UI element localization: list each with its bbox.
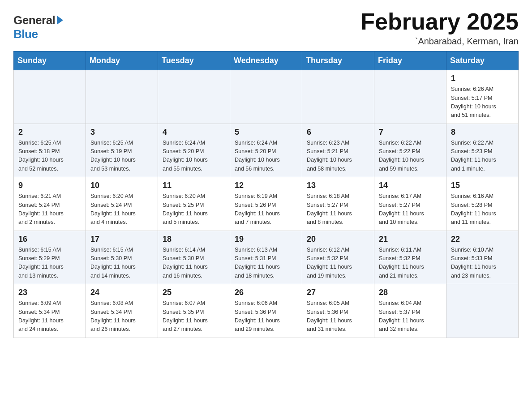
- logo: General Blue: [13, 13, 63, 41]
- calendar-cell: [446, 284, 519, 338]
- calendar-week-5: 23Sunrise: 6:09 AM Sunset: 5:34 PM Dayli…: [14, 284, 519, 338]
- day-of-week-wednesday: Wednesday: [230, 51, 302, 70]
- calendar-cell: 1Sunrise: 6:26 AM Sunset: 5:17 PM Daylig…: [446, 70, 519, 124]
- calendar-week-4: 16Sunrise: 6:15 AM Sunset: 5:29 PM Dayli…: [14, 231, 519, 284]
- day-info: Sunrise: 6:21 AM Sunset: 5:24 PM Dayligh…: [18, 192, 81, 227]
- day-of-week-friday: Friday: [374, 51, 446, 70]
- calendar-cell: 26Sunrise: 6:06 AM Sunset: 5:36 PM Dayli…: [230, 284, 302, 338]
- day-number: 26: [235, 288, 297, 297]
- day-of-week-thursday: Thursday: [302, 51, 374, 70]
- day-number: 22: [451, 235, 514, 244]
- day-of-week-saturday: Saturday: [446, 51, 519, 70]
- day-number: 23: [18, 288, 81, 297]
- calendar-cell: [14, 70, 86, 124]
- title-block: February 2025 `Anbarabad, Kerman, Iran: [360, 9, 519, 47]
- calendar-cell: 24Sunrise: 6:08 AM Sunset: 5:34 PM Dayli…: [86, 284, 158, 338]
- day-info: Sunrise: 6:26 AM Sunset: 5:17 PM Dayligh…: [451, 85, 514, 120]
- calendar-cell: 8Sunrise: 6:22 AM Sunset: 5:23 PM Daylig…: [446, 124, 519, 177]
- day-info: Sunrise: 6:19 AM Sunset: 5:26 PM Dayligh…: [235, 192, 297, 227]
- day-info: Sunrise: 6:11 AM Sunset: 5:32 PM Dayligh…: [379, 246, 442, 281]
- day-info: Sunrise: 6:15 AM Sunset: 5:29 PM Dayligh…: [18, 246, 81, 281]
- calendar-cell: 17Sunrise: 6:15 AM Sunset: 5:30 PM Dayli…: [86, 231, 158, 284]
- logo-blue-text: Blue: [13, 27, 38, 41]
- days-of-week-row: SundayMondayTuesdayWednesdayThursdayFrid…: [14, 51, 519, 70]
- day-info: Sunrise: 6:17 AM Sunset: 5:27 PM Dayligh…: [379, 192, 442, 227]
- day-info: Sunrise: 6:15 AM Sunset: 5:30 PM Dayligh…: [90, 246, 153, 281]
- month-title: February 2025: [360, 9, 519, 34]
- calendar-cell: 20Sunrise: 6:12 AM Sunset: 5:32 PM Dayli…: [302, 231, 374, 284]
- day-number: 4: [163, 128, 225, 137]
- day-number: 9: [18, 181, 81, 190]
- day-info: Sunrise: 6:13 AM Sunset: 5:31 PM Dayligh…: [235, 246, 297, 281]
- day-number: 6: [307, 128, 369, 137]
- day-number: 18: [163, 235, 225, 244]
- calendar-cell: 27Sunrise: 6:05 AM Sunset: 5:36 PM Dayli…: [302, 284, 374, 338]
- day-number: 14: [379, 181, 442, 190]
- calendar-cell: 23Sunrise: 6:09 AM Sunset: 5:34 PM Dayli…: [14, 284, 86, 338]
- day-number: 12: [235, 181, 297, 190]
- day-number: 24: [90, 288, 153, 297]
- day-info: Sunrise: 6:22 AM Sunset: 5:22 PM Dayligh…: [379, 139, 442, 174]
- calendar-cell: 11Sunrise: 6:20 AM Sunset: 5:25 PM Dayli…: [158, 177, 230, 231]
- day-info: Sunrise: 6:24 AM Sunset: 5:20 PM Dayligh…: [235, 139, 297, 174]
- calendar-cell: 9Sunrise: 6:21 AM Sunset: 5:24 PM Daylig…: [14, 177, 86, 231]
- calendar-cell: 12Sunrise: 6:19 AM Sunset: 5:26 PM Dayli…: [230, 177, 302, 231]
- day-info: Sunrise: 6:25 AM Sunset: 5:18 PM Dayligh…: [18, 139, 81, 174]
- calendar-header: SundayMondayTuesdayWednesdayThursdayFrid…: [14, 51, 519, 70]
- day-info: Sunrise: 6:06 AM Sunset: 5:36 PM Dayligh…: [235, 299, 297, 334]
- page-header: General Blue February 2025 `Anbarabad, K…: [13, 9, 519, 47]
- calendar-cell: 19Sunrise: 6:13 AM Sunset: 5:31 PM Dayli…: [230, 231, 302, 284]
- calendar-cell: [374, 70, 446, 124]
- calendar-cell: 13Sunrise: 6:18 AM Sunset: 5:27 PM Dayli…: [302, 177, 374, 231]
- day-number: 15: [451, 181, 514, 190]
- day-info: Sunrise: 6:23 AM Sunset: 5:21 PM Dayligh…: [307, 139, 369, 174]
- calendar-cell: 5Sunrise: 6:24 AM Sunset: 5:20 PM Daylig…: [230, 124, 302, 177]
- day-info: Sunrise: 6:10 AM Sunset: 5:33 PM Dayligh…: [451, 246, 514, 281]
- calendar-cell: [230, 70, 302, 124]
- day-number: 28: [379, 288, 442, 297]
- calendar-cell: 7Sunrise: 6:22 AM Sunset: 5:22 PM Daylig…: [374, 124, 446, 177]
- calendar-week-1: 1Sunrise: 6:26 AM Sunset: 5:17 PM Daylig…: [14, 70, 519, 124]
- day-info: Sunrise: 6:09 AM Sunset: 5:34 PM Dayligh…: [18, 299, 81, 334]
- calendar-cell: 25Sunrise: 6:07 AM Sunset: 5:35 PM Dayli…: [158, 284, 230, 338]
- day-info: Sunrise: 6:04 AM Sunset: 5:37 PM Dayligh…: [379, 299, 442, 334]
- calendar-table: SundayMondayTuesdayWednesdayThursdayFrid…: [13, 51, 519, 338]
- day-info: Sunrise: 6:07 AM Sunset: 5:35 PM Dayligh…: [163, 299, 225, 334]
- calendar-cell: [302, 70, 374, 124]
- calendar-week-2: 2Sunrise: 6:25 AM Sunset: 5:18 PM Daylig…: [14, 124, 519, 177]
- day-info: Sunrise: 6:20 AM Sunset: 5:24 PM Dayligh…: [90, 192, 153, 227]
- logo-arrow-icon: [57, 16, 63, 25]
- calendar-cell: [86, 70, 158, 124]
- calendar-cell: 14Sunrise: 6:17 AM Sunset: 5:27 PM Dayli…: [374, 177, 446, 231]
- day-info: Sunrise: 6:16 AM Sunset: 5:28 PM Dayligh…: [451, 192, 514, 227]
- calendar-cell: 21Sunrise: 6:11 AM Sunset: 5:32 PM Dayli…: [374, 231, 446, 284]
- day-info: Sunrise: 6:12 AM Sunset: 5:32 PM Dayligh…: [307, 246, 369, 281]
- day-number: 7: [379, 128, 442, 137]
- day-info: Sunrise: 6:05 AM Sunset: 5:36 PM Dayligh…: [307, 299, 369, 334]
- calendar-cell: 18Sunrise: 6:14 AM Sunset: 5:30 PM Dayli…: [158, 231, 230, 284]
- day-info: Sunrise: 6:08 AM Sunset: 5:34 PM Dayligh…: [90, 299, 153, 334]
- calendar-body: 1Sunrise: 6:26 AM Sunset: 5:17 PM Daylig…: [14, 70, 519, 338]
- day-info: Sunrise: 6:14 AM Sunset: 5:30 PM Dayligh…: [163, 246, 225, 281]
- day-number: 10: [90, 181, 153, 190]
- calendar-cell: 22Sunrise: 6:10 AM Sunset: 5:33 PM Dayli…: [446, 231, 519, 284]
- day-of-week-monday: Monday: [86, 51, 158, 70]
- day-info: Sunrise: 6:18 AM Sunset: 5:27 PM Dayligh…: [307, 192, 369, 227]
- day-number: 27: [307, 288, 369, 297]
- day-of-week-sunday: Sunday: [14, 51, 86, 70]
- calendar-cell: 2Sunrise: 6:25 AM Sunset: 5:18 PM Daylig…: [14, 124, 86, 177]
- day-number: 25: [163, 288, 225, 297]
- day-info: Sunrise: 6:20 AM Sunset: 5:25 PM Dayligh…: [163, 192, 225, 227]
- day-number: 20: [307, 235, 369, 244]
- day-number: 17: [90, 235, 153, 244]
- calendar-cell: 4Sunrise: 6:24 AM Sunset: 5:20 PM Daylig…: [158, 124, 230, 177]
- day-info: Sunrise: 6:22 AM Sunset: 5:23 PM Dayligh…: [451, 139, 514, 174]
- day-number: 8: [451, 128, 514, 137]
- calendar-cell: 15Sunrise: 6:16 AM Sunset: 5:28 PM Dayli…: [446, 177, 519, 231]
- calendar-cell: 6Sunrise: 6:23 AM Sunset: 5:21 PM Daylig…: [302, 124, 374, 177]
- day-number: 2: [18, 128, 81, 137]
- day-number: 3: [90, 128, 153, 137]
- day-info: Sunrise: 6:24 AM Sunset: 5:20 PM Dayligh…: [163, 139, 225, 174]
- calendar-cell: 28Sunrise: 6:04 AM Sunset: 5:37 PM Dayli…: [374, 284, 446, 338]
- day-number: 19: [235, 235, 297, 244]
